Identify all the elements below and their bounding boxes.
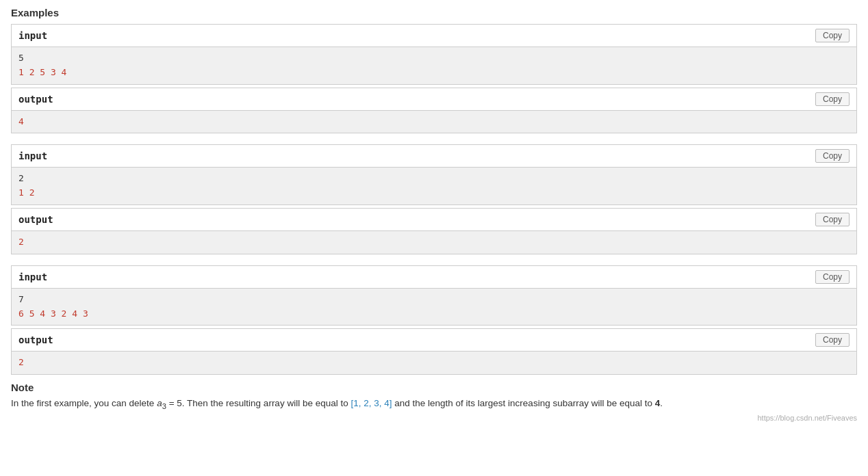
gap-2 xyxy=(11,257,857,265)
output-block-3: output Copy 2 xyxy=(11,328,857,375)
input-content-2: 2 1 2 xyxy=(12,168,856,204)
input-label-row-2: input Copy xyxy=(12,145,856,168)
note-text: In the first example, you can delete a3 … xyxy=(11,396,857,412)
output-block-2: output Copy 2 xyxy=(11,208,857,254)
input-line1-3: 7 xyxy=(18,293,850,307)
note-section: Note In the first example, you can delet… xyxy=(11,382,857,412)
example-3: input Copy 7 6 5 4 3 2 4 3 xyxy=(11,265,857,326)
output-label-3: output xyxy=(18,334,53,345)
copy-output-1-button[interactable]: Copy xyxy=(815,92,850,106)
input-label-row-1: input Copy xyxy=(12,25,856,47)
input-line2-2: 1 2 xyxy=(18,186,850,200)
input-line2-1: 1 2 5 3 4 xyxy=(18,66,850,80)
input-content-3: 7 6 5 4 3 2 4 3 xyxy=(12,289,856,326)
input-line2-3: 6 5 4 3 2 4 3 xyxy=(18,307,850,321)
input-line1-2: 2 xyxy=(18,172,850,186)
copy-output-3-button[interactable]: Copy xyxy=(815,333,850,347)
copy-input-2-button[interactable]: Copy xyxy=(815,149,850,163)
example-2: input Copy 2 1 2 xyxy=(11,144,857,205)
input-content-1: 5 1 2 5 3 4 xyxy=(12,47,856,84)
input-label-row-3: input Copy xyxy=(12,266,856,289)
output-block-1: output Copy 4 xyxy=(11,88,857,134)
examples-title: Examples xyxy=(11,7,857,18)
math-sub-3: 3 xyxy=(162,402,166,410)
input-line1-1: 5 xyxy=(18,51,850,66)
url-hint: https://blog.csdn.net/Fiveaves xyxy=(11,414,857,422)
output-label-1: output xyxy=(18,94,53,105)
output-label-row-3: output Copy xyxy=(12,329,856,352)
example-1: input Copy 5 1 2 5 3 4 xyxy=(11,24,857,85)
output-value-2: 2 xyxy=(18,235,850,250)
input-label-2: input xyxy=(18,150,47,161)
copy-output-2-button[interactable]: Copy xyxy=(815,213,850,226)
input-label-3: input xyxy=(18,272,47,282)
math-a3: a xyxy=(157,398,162,408)
output-label-row-1: output Copy xyxy=(12,88,856,111)
output-value-3: 2 xyxy=(18,356,850,370)
gap-1 xyxy=(11,136,857,144)
output-label-row-2: output Copy xyxy=(12,209,856,231)
output-content-2: 2 xyxy=(12,231,856,254)
copy-input-3-button[interactable]: Copy xyxy=(815,270,850,284)
output-content-3: 2 xyxy=(12,352,856,374)
result-value: 4 xyxy=(655,398,661,408)
output-label-2: output xyxy=(18,214,53,225)
copy-input-1-button[interactable]: Copy xyxy=(815,29,850,42)
output-content-1: 4 xyxy=(12,111,856,133)
note-title: Note xyxy=(11,382,857,393)
examples-list: input Copy 5 1 2 5 3 4 output Copy 4 inp… xyxy=(11,24,857,375)
output-value-1: 4 xyxy=(18,115,850,129)
bracket-array: [1, 2, 3, 4] xyxy=(350,398,392,408)
input-label-1: input xyxy=(18,30,47,41)
examples-section: Examples input Copy 5 1 2 5 3 4 output C… xyxy=(11,7,857,422)
